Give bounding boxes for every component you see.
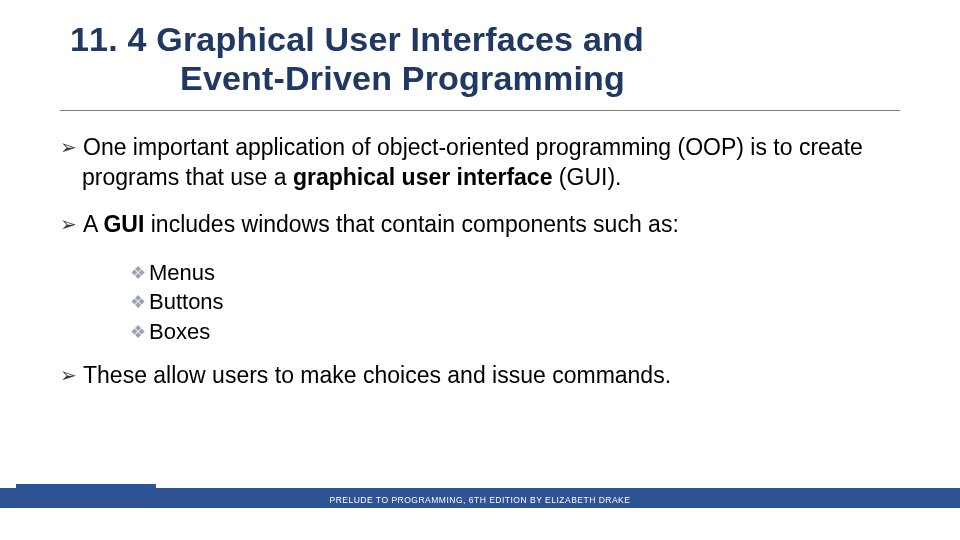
title-line-1: 11. 4 Graphical User Interfaces and: [70, 20, 900, 59]
sub-bullet-1: ❖Menus: [130, 258, 900, 288]
sub-bullet-3-text: Boxes: [149, 319, 210, 344]
sub-bullet-2: ❖Buttons: [130, 287, 900, 317]
bullet-1-text-post: (GUI).: [552, 164, 621, 190]
chevron-icon: ➢: [60, 136, 77, 158]
footer-text: PRELUDE TO PROGRAMMING, 6TH EDITION BY E…: [0, 495, 960, 505]
bullet-1-text-bold: graphical user interface: [293, 164, 553, 190]
bullet-2-text-post: includes windows that contain components…: [144, 211, 678, 237]
sub-bullet-1-text: Menus: [149, 260, 215, 285]
slide: 11. 4 Graphical User Interfaces and Even…: [0, 0, 960, 540]
chevron-icon: ➢: [60, 213, 77, 235]
bullet-1: ➢One important application of object-ori…: [60, 133, 900, 192]
title-divider: [60, 110, 900, 111]
chevron-icon: ➢: [60, 364, 77, 386]
bullet-3-text: These allow users to make choices and is…: [83, 362, 671, 388]
bullet-2-text-pre: A: [83, 211, 103, 237]
diamond-icon: ❖: [130, 322, 146, 342]
bullet-2: ➢A GUI includes windows that contain com…: [60, 210, 900, 239]
slide-title: 11. 4 Graphical User Interfaces and Even…: [60, 20, 900, 98]
title-line-2: Event-Driven Programming: [70, 59, 900, 98]
sub-bullet-2-text: Buttons: [149, 289, 224, 314]
bullet-3: ➢These allow users to make choices and i…: [60, 361, 900, 390]
slide-content: ➢One important application of object-ori…: [60, 133, 900, 390]
sub-bullet-list: ❖Menus ❖Buttons ❖Boxes: [130, 258, 900, 347]
sub-bullet-3: ❖Boxes: [130, 317, 900, 347]
bullet-2-text-bold: GUI: [103, 211, 144, 237]
diamond-icon: ❖: [130, 263, 146, 283]
diamond-icon: ❖: [130, 292, 146, 312]
